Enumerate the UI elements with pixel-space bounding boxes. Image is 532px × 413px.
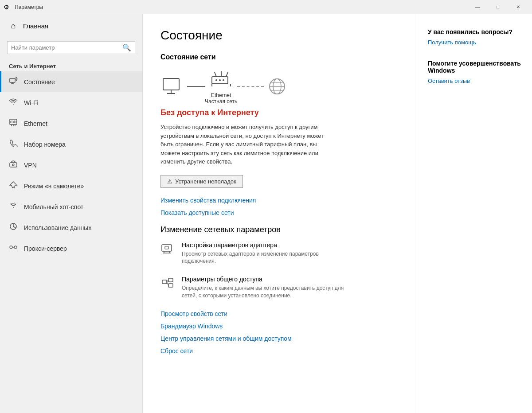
sidebar-item-dialup[interactable]: Набор номера [0,134,142,155]
status-icon [9,77,18,87]
sharing-settings-content: Параметры общего доступа Определите, к к… [182,276,350,300]
adapter-icon [160,242,175,257]
svg-point-16 [14,246,17,249]
network-sharing-center-link[interactable]: Центр управления сетями и общим доступом [160,335,399,342]
sidebar: ⌂ Главная 🔍 Сеть и Интернет Состояние [0,14,143,413]
change-settings-title: Изменение сетевых параметров [160,225,399,234]
sidebar-item-datausage[interactable]: Использование данных [0,217,142,238]
sidebar-item-label-proxy: Прокси-сервер [24,245,67,252]
svg-rect-41 [168,278,173,282]
sharing-settings-title: Параметры общего доступа [182,276,350,283]
network-diagram: Ethernet Частная сеть [160,68,399,105]
svg-rect-40 [162,280,167,284]
improve-title: Помогите усовершенствовать Windows [428,60,521,74]
adapter-settings-content: Настройка параметров адаптера Просмотр с… [182,242,350,265]
svg-point-15 [10,246,12,249]
adapter-settings-desc: Просмотр сетевых адаптеров и изменение п… [182,250,350,265]
sidebar-item-airplane[interactable]: Режим «в самолете» [0,175,142,196]
title-bar-controls: ⚙ Параметры [4,4,43,11]
dialup-icon [9,139,18,149]
svg-line-44 [167,282,168,285]
svg-rect-12 [10,163,17,167]
globe-shape [264,75,290,97]
adapter-settings-title: Настройка параметров адаптера [182,242,350,249]
search-input[interactable] [11,44,120,51]
main-content: Состояние Состояние сети [143,14,417,413]
sidebar-item-label-ethernet: Ethernet [24,120,47,127]
ethernet-label: Ethernet Частная сеть [205,92,237,105]
sidebar-item-hotspot[interactable]: Мобильный хот-спот [0,196,142,217]
svg-rect-18 [163,78,179,90]
sidebar-item-label-airplane: Режим «в самолете» [24,183,84,190]
sidebar-item-status[interactable]: Состояние [0,71,142,92]
adapter-settings-item: Настройка параметров адаптера Просмотр с… [160,242,399,265]
svg-point-13 [12,164,14,166]
sidebar-item-label-dialup: Набор номера [24,141,66,148]
computer-shape [160,75,187,97]
sidebar-home[interactable]: ⌂ Главная [0,14,142,38]
app-body: ⌂ Главная 🔍 Сеть и Интернет Состояние [0,14,532,413]
svg-point-27 [223,79,224,81]
show-available-networks-link[interactable]: Показать доступные сети [160,209,399,216]
sidebar-item-vpn[interactable]: VPN [0,155,142,175]
router-icon-group: Ethernet Частная сеть [205,68,237,105]
warning-icon: ⚠ [167,178,172,185]
svg-line-22 [215,72,216,77]
page-title: Состояние [160,28,399,43]
sidebar-item-proxy[interactable]: Прокси-сервер [0,238,142,259]
troubleshoot-label: Устранение неполадок [175,178,236,185]
search-icon: 🔍 [122,43,131,52]
sidebar-item-label-datausage: Использование данных [24,224,91,231]
globe-icon [264,75,290,97]
router-shape [208,68,235,90]
network-reset-link[interactable]: Сброс сети [160,347,399,355]
hotspot-icon [9,202,18,212]
windows-firewall-link[interactable]: Брандмауэр Windows [160,323,399,330]
ethernet-icon [9,118,18,129]
window-controls: — □ ✕ [467,0,528,14]
sidebar-item-label-wifi: Wi-Fi [24,99,39,106]
svg-rect-42 [168,284,173,287]
app-icon: ⚙ [4,4,9,11]
svg-rect-39 [165,246,168,249]
sidebar-item-wifi[interactable]: Wi-Fi [0,92,142,113]
maximize-button[interactable]: □ [488,0,508,14]
sidebar-item-ethernet[interactable]: Ethernet [0,113,142,134]
improve-section: Помогите усовершенствовать Windows Остав… [428,60,521,84]
close-button[interactable]: ✕ [508,0,528,14]
help-link[interactable]: Получить помощь [428,39,521,46]
no-internet-title: Без доступа к Интернету [160,108,399,117]
sidebar-item-label-hotspot: Мобильный хот-спот [24,203,83,210]
view-network-props-link[interactable]: Просмотр свойств сети [160,310,399,317]
datausage-icon [9,222,18,233]
help-section: У вас появились вопросы? Получить помощь [428,28,521,46]
change-connection-props-link[interactable]: Изменить свойства подключения [160,197,399,204]
title-bar-title: Параметры [15,4,43,10]
sidebar-item-label-vpn: VPN [24,162,37,169]
svg-point-25 [215,79,217,81]
minimize-button[interactable]: — [467,0,488,14]
title-bar: ⚙ Параметры — □ ✕ [0,0,532,14]
sharing-settings-item: Параметры общего доступа Определите, к к… [160,276,399,300]
sidebar-item-label-status: Состояние [24,78,55,86]
sidebar-section-label: Сеть и Интернет [0,59,142,71]
svg-point-26 [219,79,221,81]
wifi-icon [9,97,18,108]
svg-line-24 [226,72,228,77]
sharing-icon [160,277,175,292]
improve-link[interactable]: Оставить отзыв [428,78,521,84]
sidebar-search-box[interactable]: 🔍 [7,41,135,54]
home-icon: ⌂ [9,21,18,31]
help-title: У вас появились вопросы? [428,28,521,35]
troubleshoot-button[interactable]: ⚠ Устранение неполадок [160,175,243,188]
proxy-icon [9,243,18,253]
airplane-icon [9,181,18,191]
vpn-icon [9,160,18,170]
home-label: Главная [23,22,48,30]
network-status-section-title: Состояние сети [160,53,399,61]
computer-icon [160,75,187,97]
svg-rect-35 [162,245,172,251]
right-panel: У вас появились вопросы? Получить помощь… [417,14,532,413]
no-internet-desc: Устройство подключено и может получить д… [160,123,338,166]
svg-rect-0 [10,78,15,82]
